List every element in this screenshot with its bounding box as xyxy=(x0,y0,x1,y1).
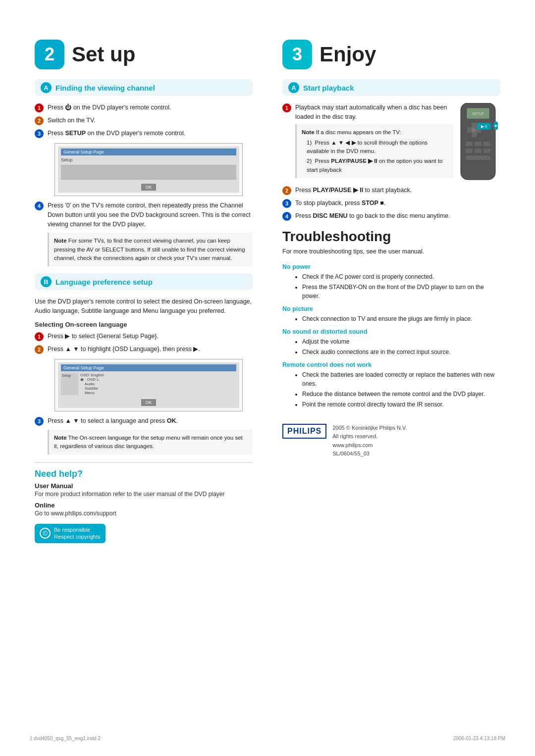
svg-rect-10 xyxy=(466,142,473,146)
svg-rect-13 xyxy=(466,149,473,153)
step-3a-4-text: Press DISC MENU to go back to the disc m… xyxy=(295,211,500,221)
svg-rect-19 xyxy=(483,162,490,167)
philips-logo: PHILIPS xyxy=(282,424,326,439)
note-2a-label: Note xyxy=(54,238,67,244)
step-3a-4-number: 4 xyxy=(282,212,291,221)
list-item: Point the remote control directly toward… xyxy=(302,400,500,409)
step-2a-2: 2 Switch on the TV. xyxy=(35,116,253,125)
step-3a-1-text: Playback may start automatically when a … xyxy=(295,103,453,182)
svg-rect-20 xyxy=(466,169,473,174)
philips-footer: PHILIPS 2005 © Koninklijke Philips N.V. … xyxy=(282,424,500,458)
list-item: Check if the AC power cord is properly c… xyxy=(302,272,500,281)
step-3a-3-text: To stop playback, press STOP ■. xyxy=(295,199,500,208)
svg-point-7 xyxy=(472,128,477,133)
page-footer: 1 dvd4050_qsg_55_eng1.indd 2 2006-01-23 … xyxy=(30,736,505,741)
section2-number: 2 xyxy=(45,44,54,65)
step-2a-3-text: Press SETUP on the DVD player's remote c… xyxy=(48,129,253,138)
online-text: Go to www.philips.com/support xyxy=(35,510,253,517)
step-2a-2-number: 2 xyxy=(35,116,44,125)
selecting-title: Selecting On-screen language xyxy=(35,321,253,328)
responsible-text: Be responsible Respect copyrights xyxy=(54,526,101,541)
step-3a-1: 1 Playback may start automatically when … xyxy=(282,103,453,182)
trouble-no-power-list: Check if the AC power cord is properly c… xyxy=(302,272,500,301)
step-2b-2: 2 Press ▲ ▼ to highlight {OSD Language},… xyxy=(35,345,253,354)
step-2a-1-number: 1 xyxy=(35,103,44,112)
step-3a-4: 4 Press DISC MENU to go back to the disc… xyxy=(282,211,500,221)
step-2a-4-text: Press '0' on the TV's remote control, th… xyxy=(48,201,253,229)
section3-column: 3 Enjoy A Start playback SETUP xyxy=(268,30,510,553)
copyright-icon: © xyxy=(40,528,51,539)
trouble-remote-list: Check the batteries are loaded correctly… xyxy=(302,370,500,409)
trouble-no-power: No power xyxy=(282,263,500,270)
svg-rect-14 xyxy=(475,149,482,153)
list-item: Check audio connections are in the corre… xyxy=(302,348,500,356)
user-manual-label: User Manual xyxy=(35,482,253,490)
section2-header: 2 Set up xyxy=(35,40,253,69)
svg-rect-12 xyxy=(483,142,490,146)
step-2b-1-number: 1 xyxy=(35,332,44,341)
note-2a: Note For some TVs, to find the correct v… xyxy=(48,233,253,266)
step-3a-1-number: 1 xyxy=(282,103,291,112)
subsection-b-intro: Use the DVD player's remote control to s… xyxy=(35,297,253,316)
troubleshooting-title: Troubleshooting xyxy=(282,229,500,245)
step-3a-3-number: 3 xyxy=(282,199,291,208)
svg-rect-18 xyxy=(475,162,482,167)
remote-illustration: SETUP ▶ II xyxy=(458,103,500,189)
list-item: Reduce the distance between the remote c… xyxy=(302,390,500,399)
trouble-no-picture-list: Check connection to TV and ensure the pl… xyxy=(302,314,500,323)
subsection-b-title: Language preference setup xyxy=(55,278,153,286)
philips-info: 2005 © Koninklijke Philips N.V. All righ… xyxy=(332,424,407,458)
section3-header: 3 Enjoy xyxy=(282,40,500,69)
philips-copyright: 2005 © Koninklijke Philips N.V. xyxy=(332,424,407,433)
step-3a-2: 2 Press PLAY/PAUSE ▶ II to start playbac… xyxy=(282,186,453,195)
section2-column: 2 Set up A Finding the viewing channel 1… xyxy=(25,30,268,553)
section2-title: Set up xyxy=(72,43,135,66)
step-2a-3-number: 3 xyxy=(35,129,44,138)
step-2a-1: 1 Press ⏻ on the DVD player's remote con… xyxy=(35,103,253,112)
section3-title: Enjoy xyxy=(320,43,376,66)
section2-badge: 2 xyxy=(35,40,64,69)
step-2b-1: 1 Press ▶ to select {General Setup Page}… xyxy=(35,332,253,341)
section3-subsection-a-header: A Start playback xyxy=(282,79,500,96)
svg-rect-17 xyxy=(466,162,473,167)
subsection-b-letter: B xyxy=(41,276,52,287)
step-2b-2-number: 2 xyxy=(35,345,44,354)
step-2a-4: 4 Press '0' on the TV's remote control, … xyxy=(35,201,253,229)
note-2b-label: Note xyxy=(54,435,67,441)
svg-rect-11 xyxy=(475,142,482,146)
list-item: Check connection to TV and ensure the pl… xyxy=(302,314,500,323)
responsible-badge: © Be responsible Respect copyrights xyxy=(35,524,106,543)
step-2a-4-number: 4 xyxy=(35,202,44,210)
philips-code: SL/0604/55_03 xyxy=(332,450,407,458)
need-help-section: Need help? User Manual For more product … xyxy=(35,462,253,543)
step-3a-3: 3 To stop playback, press STOP ■. xyxy=(282,199,500,208)
screen-mockup-1: General Setup Page Setup OK xyxy=(54,143,243,196)
trouble-no-sound: No sound or distorted sound xyxy=(282,328,500,335)
troubleshooting-subtitle: For more troubleshooting tips, see the u… xyxy=(282,247,500,256)
step-2b-2-text: Press ▲ ▼ to highlight {OSD Language}, t… xyxy=(48,345,253,354)
svg-rect-22 xyxy=(483,169,490,174)
section2-subsection-a-header: A Finding the viewing channel xyxy=(35,79,253,96)
responsible-line1: Be responsible xyxy=(54,526,101,533)
trouble-no-picture: No picture xyxy=(282,305,500,312)
section3-a-title: Start playback xyxy=(303,84,354,92)
screen-mockup-2: General Setup Page Setup OSD: English ◉ … xyxy=(54,359,243,411)
need-help-title: Need help? xyxy=(35,469,253,479)
note-2b: Note The On-screen language for the setu… xyxy=(48,430,253,455)
section2-subsection-b-header: B Language preference setup xyxy=(35,273,253,290)
philips-website: www.philips.com xyxy=(332,441,407,450)
footer-right: 2006-01-23 4:13:18 PM xyxy=(453,736,505,741)
svg-rect-16 xyxy=(466,155,490,160)
footer-left: 1 dvd4050_qsg_55_eng1.indd 2 xyxy=(30,736,101,741)
trouble-no-sound-list: Adjust the volume Check audio connection… xyxy=(302,337,500,356)
svg-text:▶ II: ▶ II xyxy=(481,124,487,129)
note-3a: Note If a disc menu appears on the TV: 1… xyxy=(295,124,453,178)
step-2b-3-number: 3 xyxy=(35,417,44,426)
section3-a-letter: A xyxy=(288,82,299,93)
svg-text:SETUP: SETUP xyxy=(472,112,484,115)
step-2b-3-text: Press ▲ ▼ to select a language and press… xyxy=(48,416,253,426)
section3-number: 3 xyxy=(292,44,302,65)
philips-rights: All rights reserved. xyxy=(332,432,407,441)
step-2a-1-text: Press ⏻ on the DVD player's remote contr… xyxy=(48,103,253,112)
step-2a-2-text: Switch on the TV. xyxy=(48,116,253,125)
